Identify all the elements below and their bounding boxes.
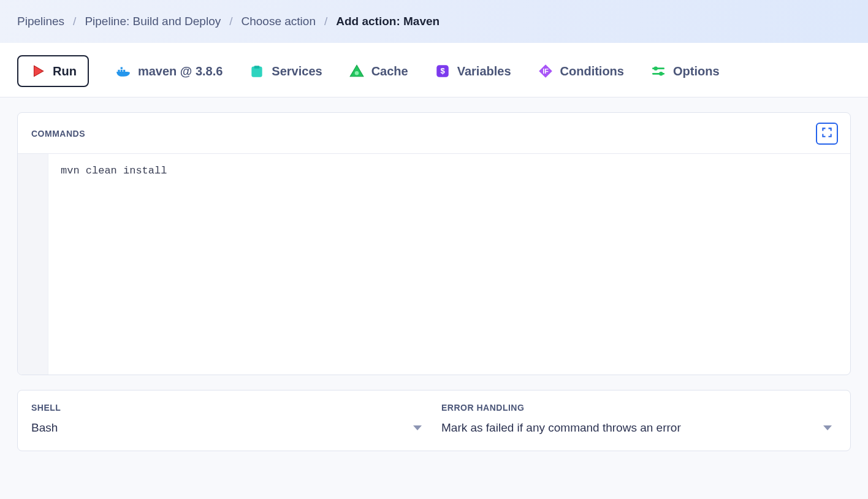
svg-rect-4 — [121, 67, 123, 69]
tab-options[interactable]: Options — [650, 63, 720, 80]
services-icon — [248, 63, 265, 80]
shell-column: SHELL Bash — [31, 403, 427, 435]
options-icon — [650, 63, 667, 80]
play-icon — [29, 63, 47, 80]
tab-conditions[interactable]: IF Conditions — [537, 63, 624, 80]
action-tabs: Run maven @ 3.8.6 Services Cache — [0, 43, 868, 97]
tab-cache[interactable]: Cache — [348, 63, 408, 80]
breadcrumb-pipelines[interactable]: Pipelines — [17, 15, 64, 28]
tab-cache-label: Cache — [371, 64, 408, 78]
error-handling-column: ERROR HANDLING Mark as failed if any com… — [441, 403, 837, 435]
breadcrumb-current: Add action: Maven — [336, 15, 440, 28]
breadcrumb-separator: / — [229, 15, 232, 28]
shell-value: Bash — [31, 421, 58, 435]
svg-rect-1 — [118, 70, 120, 72]
chevron-down-icon — [823, 425, 832, 430]
error-handling-label: ERROR HANDLING — [441, 403, 837, 413]
shell-label: SHELL — [31, 403, 427, 413]
commands-label: COMMANDS — [31, 129, 85, 139]
chevron-down-icon — [413, 425, 422, 430]
tab-conditions-label: Conditions — [560, 64, 624, 78]
tab-services-label: Services — [272, 64, 322, 78]
commands-editor[interactable]: mvn clean install — [18, 154, 850, 375]
svg-rect-3 — [123, 70, 125, 72]
shell-select[interactable]: Bash — [31, 421, 427, 435]
tab-run-label: Run — [53, 64, 77, 78]
tab-run[interactable]: Run — [17, 55, 89, 87]
variables-icon: $ — [434, 63, 451, 80]
conditions-icon: IF — [537, 63, 554, 80]
expand-editor-button[interactable] — [816, 123, 838, 145]
breadcrumb: Pipelines / Pipeline: Build and Deploy /… — [0, 0, 868, 43]
editor-gutter — [18, 154, 48, 375]
breadcrumb-pipeline-detail[interactable]: Pipeline: Build and Deploy — [85, 15, 221, 28]
error-handling-select[interactable]: Mark as failed if any command throws an … — [441, 421, 837, 435]
breadcrumb-separator: / — [73, 15, 76, 28]
breadcrumb-separator: / — [324, 15, 327, 28]
svg-rect-2 — [121, 70, 123, 72]
svg-point-7 — [354, 71, 359, 75]
svg-rect-5 — [254, 66, 260, 68]
docker-icon — [115, 63, 132, 80]
breadcrumb-choose-action[interactable]: Choose action — [241, 15, 315, 28]
svg-point-15 — [659, 72, 663, 76]
commands-panel: COMMANDS mvn clean install — [17, 112, 851, 375]
shell-error-panel: SHELL Bash ERROR HANDLING Mark as failed… — [17, 390, 851, 451]
svg-text:$: $ — [440, 66, 445, 75]
tab-variables[interactable]: $ Variables — [434, 63, 511, 80]
tab-services[interactable]: Services — [248, 63, 322, 80]
svg-point-13 — [653, 66, 658, 70]
tab-options-label: Options — [673, 64, 720, 78]
expand-icon — [821, 126, 833, 141]
svg-marker-0 — [34, 66, 44, 76]
main-content: COMMANDS mvn clean install SHELL Bash — [0, 97, 868, 481]
error-handling-value: Mark as failed if any command throws an … — [441, 421, 681, 435]
svg-text:IF: IF — [542, 67, 549, 75]
commands-panel-header: COMMANDS — [18, 113, 850, 154]
tab-docker-image[interactable]: maven @ 3.8.6 — [115, 63, 223, 80]
commands-content[interactable]: mvn clean install — [48, 154, 850, 375]
cache-icon — [348, 63, 365, 80]
tab-image-label: maven @ 3.8.6 — [138, 64, 223, 78]
tab-variables-label: Variables — [457, 64, 511, 78]
